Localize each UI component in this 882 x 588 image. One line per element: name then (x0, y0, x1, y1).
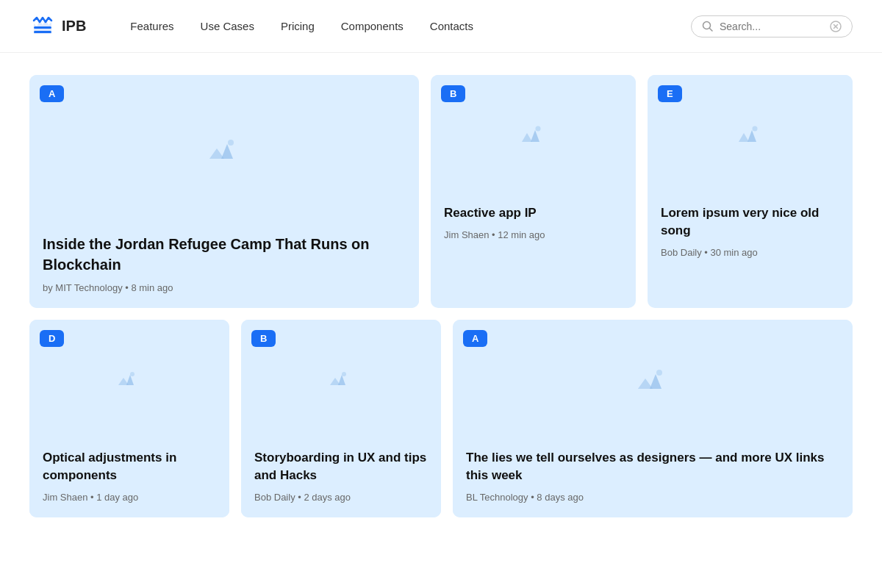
card-badge-2: E (658, 85, 682, 102)
card-badge-3: D (40, 330, 64, 347)
card-body-3: Optical adjustments in components Jim Sh… (29, 437, 229, 517)
mountain-icon-5 (635, 364, 670, 393)
svg-point-12 (342, 372, 346, 376)
card-body-5: The lies we tell ourselves as designers … (453, 437, 853, 517)
card-image-0: A (29, 75, 419, 222)
card-body-1: Reactive app IP Jim Shaen • 12 min ago (431, 193, 636, 255)
card-top-2[interactable]: E Lorem ipsum very nice old song Bob Dai… (648, 75, 853, 308)
card-title-2: Lorem ipsum very nice old song (661, 204, 839, 240)
card-meta-3: Jim Shaen • 1 day ago (43, 492, 216, 503)
mountain-icon-3 (116, 368, 143, 390)
card-badge-1: B (441, 85, 465, 102)
card-title-3: Optical adjustments in components (43, 449, 216, 484)
logo[interactable]: IPB (29, 13, 86, 40)
svg-line-4 (710, 28, 713, 31)
svg-rect-2 (34, 31, 51, 33)
card-badge-4: B (251, 330, 276, 347)
card-bottom-2[interactable]: A The lies we tell ourselves as designer… (453, 320, 853, 517)
mountain-icon-0 (207, 134, 242, 163)
search-bar (691, 15, 853, 37)
card-meta-2: Bob Daily • 30 min ago (661, 247, 839, 258)
mountain-icon-4 (328, 368, 354, 390)
card-top-0[interactable]: A Inside the Jordan Refugee Camp That Ru… (29, 75, 419, 308)
card-image-3: D (29, 320, 229, 437)
top-cards-grid: A Inside the Jordan Refugee Camp That Ru… (29, 75, 853, 308)
card-title-4: Storyboarding in UX and tips and Hacks (254, 449, 428, 484)
search-icon (702, 21, 714, 32)
main-nav: Features Use Cases Pricing Components Co… (130, 20, 691, 32)
card-meta-4: Bob Daily • 2 days ago (254, 492, 428, 503)
nav-use-cases[interactable]: Use Cases (201, 20, 254, 32)
card-body-2: Lorem ipsum very nice old song Bob Daily… (648, 193, 853, 273)
card-title-5: The lies we tell ourselves as designers … (466, 449, 839, 484)
logo-icon (29, 13, 56, 40)
card-image-4: B (241, 320, 441, 437)
card-badge-0: A (40, 85, 64, 102)
svg-point-10 (752, 126, 757, 132)
card-bottom-1[interactable]: B Storyboarding in UX and tips and Hacks… (241, 320, 441, 517)
card-image-5: A (453, 320, 853, 437)
nav-components[interactable]: Components (341, 20, 404, 32)
card-meta-0: by MIT Technology • 8 min ago (43, 282, 406, 293)
card-badge-5: A (463, 330, 487, 347)
nav-features[interactable]: Features (130, 20, 173, 32)
card-image-2: E (648, 75, 853, 193)
card-image-1: B (431, 75, 636, 193)
card-meta-1: Jim Shaen • 12 min ago (444, 229, 623, 240)
bottom-cards-grid: D Optical adjustments in components Jim … (29, 320, 853, 517)
nav-contacts[interactable]: Contacts (430, 20, 473, 32)
card-body-4: Storyboarding in UX and tips and Hacks B… (241, 437, 441, 517)
card-body-0: Inside the Jordan Refugee Camp That Runs… (29, 222, 419, 308)
svg-point-9 (535, 126, 540, 132)
mountain-icon-1 (519, 121, 548, 146)
logo-text: IPB (62, 18, 86, 35)
search-input[interactable] (720, 21, 824, 32)
main-content: A Inside the Jordan Refugee Camp That Ru… (0, 53, 882, 539)
svg-point-13 (656, 370, 662, 376)
card-top-1[interactable]: B Reactive app IP Jim Shaen • 12 min ago (431, 75, 636, 308)
card-title-0: Inside the Jordan Refugee Camp That Runs… (43, 234, 406, 275)
card-meta-5: BL Technology • 8 days ago (466, 492, 839, 503)
nav-pricing[interactable]: Pricing (281, 20, 315, 32)
clear-search-icon[interactable] (830, 21, 842, 32)
svg-rect-1 (34, 26, 51, 29)
header: IPB Features Use Cases Pricing Component… (0, 0, 882, 53)
svg-point-11 (130, 372, 135, 376)
card-bottom-0[interactable]: D Optical adjustments in components Jim … (29, 320, 229, 517)
mountain-icon-2 (736, 121, 765, 146)
svg-point-8 (228, 140, 234, 146)
card-title-1: Reactive app IP (444, 204, 623, 222)
